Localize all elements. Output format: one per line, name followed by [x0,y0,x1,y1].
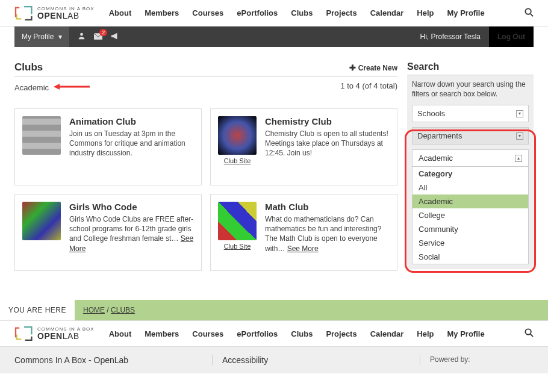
dropdown-option-all[interactable]: All [413,181,528,194]
svg-point-6 [525,329,531,334]
messages-icon[interactable]: 2 [94,33,102,42]
search-icon[interactable] [525,8,534,19]
active-filter-label: Academic [14,83,49,92]
nav-help[interactable]: Help [417,8,434,17]
footer-strip: Commons In A Box - OpenLab Accessibility… [0,347,548,373]
club-card: Club Site Math Club What do mathematicia… [210,194,397,271]
results-count: 1 to 4 (of 4 total) [340,81,397,94]
club-desc: Join us on Tuesday at 3pm in the Commons… [69,129,194,158]
nav-calendar[interactable]: Calendar [370,8,404,17]
nav-clubs[interactable]: Clubs [291,329,313,338]
filter-panel: Narrow down your search using the filter… [407,75,534,269]
breadcrumb-label: YOU ARE HERE [0,300,75,320]
greeting-text: Hi, Professor Tesla [420,33,489,41]
club-card: Club Site Chemistry Club Chemistry Club … [210,108,397,185]
chevron-down-icon: ▾ [516,110,523,117]
footer-powered-by: Powered by: [420,355,534,365]
club-desc: Chemistry Club is open to all students! … [265,129,390,158]
nav-members[interactable]: Members [145,8,179,17]
club-card: Animation Club Join us on Tuesday at 3pm… [14,108,202,185]
plus-icon: ✚ [349,63,356,72]
nav-help[interactable]: Help [417,329,434,338]
nav-calendar[interactable]: Calendar [370,329,404,338]
club-desc: What do mathematicians do? Can mathemati… [265,214,390,254]
club-desc: Girls Who Code Clubs are FREE after-scho… [69,214,194,254]
filter-help-text: Narrow down your search using the filter… [412,80,529,99]
breadcrumb: YOU ARE HERE HOME / CLUBS [0,300,548,320]
chevron-up-icon: ▴ [515,155,522,162]
nav-eportfolios[interactable]: ePortfolios [237,8,278,17]
footer-accessibility[interactable]: Accessibility [212,355,420,365]
club-title[interactable]: Animation Club [69,116,194,126]
nav-my-profile[interactable]: My Profile [447,329,485,338]
facet-departments[interactable]: Departments ▾ [412,127,529,145]
dropdown-option-community[interactable]: Community [413,222,528,236]
facet-selected-value: Academic [419,154,453,163]
nav-courses[interactable]: Courses [192,329,223,338]
notification-badge: 2 [99,29,107,36]
nav-projects[interactable]: Projects [326,8,357,17]
svg-point-2 [80,33,83,36]
svg-point-0 [525,8,531,14]
user-bar: My Profile ▾ 2 Hi, Professor Tesla Log O… [14,26,534,47]
club-title[interactable]: Chemistry Club [265,116,390,126]
search-icon[interactable] [525,328,534,339]
top-nav: COMMONS IN A BOX OPENLAB About Members C… [0,0,548,26]
nav-projects[interactable]: Projects [326,329,357,338]
dropdown-option-academic[interactable]: Academic [413,194,528,208]
announce-icon[interactable] [111,33,119,42]
create-new-button[interactable]: ✚ Create New [349,63,397,72]
club-site-link[interactable]: Club Site [224,157,251,164]
page-title: Clubs [14,61,43,73]
club-title[interactable]: Girls Who Code [69,202,194,212]
nav-about[interactable]: About [109,8,132,17]
nav-clubs[interactable]: Clubs [291,8,313,17]
nav-members[interactable]: Members [145,329,179,338]
arrow-annotation-icon [54,81,90,94]
my-profile-dropdown[interactable]: My Profile ▾ [14,26,69,47]
friends-icon[interactable] [78,32,86,42]
club-title[interactable]: Math Club [265,202,390,212]
main-nav: About Members Courses ePortfolios Clubs … [109,8,485,17]
nav-eportfolios[interactable]: ePortfolios [237,329,278,338]
logo-mark-icon [14,325,34,342]
club-site-link[interactable]: Club Site [224,243,251,250]
logout-button[interactable]: Log Out [489,26,534,47]
search-heading: Search [407,61,534,75]
footer-nav: COMMONS IN A BOX OPENLAB About Members C… [0,320,548,347]
facet-category-open: Academic ▴ Category All Academic College… [412,149,529,264]
chevron-down-icon: ▾ [58,33,62,41]
club-thumbnail[interactable] [218,202,257,240]
club-card: Girls Who Code Girls Who Code Clubs are … [14,194,202,271]
dropdown-header: Category [413,167,528,181]
nav-my-profile[interactable]: My Profile [447,8,485,17]
footer-main-nav: About Members Courses ePortfolios Clubs … [109,329,485,338]
breadcrumb-home-link[interactable]: HOME [83,306,105,314]
dropdown-option-college[interactable]: College [413,208,528,222]
breadcrumb-path: HOME / CLUBS [75,300,143,320]
svg-marker-5 [54,84,60,90]
facet-label: Departments [417,131,462,140]
logo-name: OPENLAB [37,11,95,20]
nav-about[interactable]: About [109,329,132,338]
see-more-link[interactable]: See More [287,244,319,253]
site-logo-footer[interactable]: COMMONS IN A BOX OPENLAB [14,325,95,342]
create-new-label: Create New [358,64,397,72]
dropdown-option-service[interactable]: Service [413,236,528,250]
club-thumbnail[interactable] [218,116,257,155]
facet-schools[interactable]: Schools ▾ [412,105,529,122]
nav-courses[interactable]: Courses [192,8,223,17]
logo-mark-icon [14,5,34,22]
my-profile-label: My Profile [22,33,54,41]
facet-category-head[interactable]: Academic ▴ [413,150,528,167]
club-thumbnail[interactable] [22,202,61,240]
chevron-down-icon: ▾ [516,132,523,140]
svg-line-1 [531,13,533,16]
footer-title: Commons In A Box - OpenLab [14,355,212,365]
site-logo[interactable]: COMMONS IN A BOX OPENLAB [14,5,95,22]
svg-line-7 [531,334,533,337]
breadcrumb-current-link[interactable]: CLUBS [111,306,135,314]
club-thumbnail[interactable] [22,116,61,155]
dropdown-option-social[interactable]: Social [413,250,528,264]
facet-label: Schools [417,109,445,118]
